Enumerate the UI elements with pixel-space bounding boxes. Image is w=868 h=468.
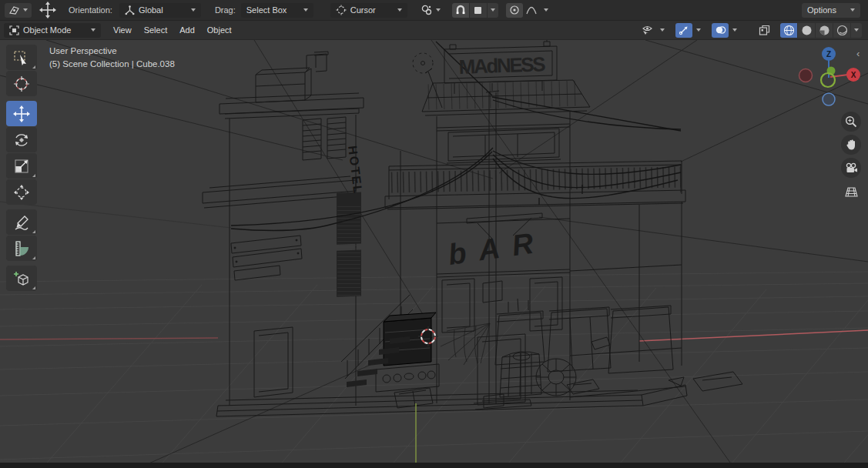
editor-type-button[interactable]: [5, 3, 32, 18]
chevron-down-icon: [91, 28, 96, 32]
hotel-sign-text: HOTEL: [346, 145, 364, 194]
dark-fill-props: [347, 313, 436, 387]
global-orientation-icon: [125, 5, 135, 15]
overlays-dropdown[interactable]: [729, 23, 740, 38]
chevron-down-icon: [191, 8, 196, 12]
zoom-button[interactable]: [841, 112, 861, 132]
gizmo-z-label: Z: [826, 50, 831, 58]
xray-toggle-button[interactable]: [756, 23, 772, 38]
drag-mode-value: Select Box: [246, 5, 300, 15]
drag-mode-dropdown[interactable]: Select Box: [241, 3, 313, 18]
show-object-types-dropdown[interactable]: [657, 23, 668, 38]
measure-ruler-icon: [13, 240, 30, 257]
orientation-label: Orientation:: [69, 5, 112, 15]
active-collection-label: (5) Scene Collection | Cube.038: [49, 58, 175, 71]
tool-scale[interactable]: [6, 153, 37, 179]
show-object-types-button[interactable]: [638, 23, 656, 38]
editor-type-icon: [8, 5, 20, 16]
orientation-value: Global: [139, 5, 187, 15]
pivot-point-dropdown[interactable]: [417, 3, 444, 18]
view-label: User Perspective: [49, 45, 175, 58]
snap-settings-dropdown[interactable]: [488, 3, 498, 18]
tool-measure[interactable]: [6, 236, 37, 261]
gizmo-x-label: X: [851, 71, 856, 79]
move-tool-indicator-icon: [39, 2, 56, 18]
topbar: Orientation: Global Drag: Select Box Cur…: [0, 0, 868, 20]
transform-icon: [13, 184, 30, 201]
annotate-pen-icon: [13, 214, 30, 231]
orthographic-grid-icon: [845, 186, 858, 198]
proportional-editing-button[interactable]: [506, 3, 523, 18]
chevron-down-icon: [544, 8, 548, 12]
tool-cursor[interactable]: [6, 71, 37, 96]
proportional-editing-icon: [509, 5, 520, 15]
chevron-down-icon: [850, 8, 855, 12]
cursor-icon: [13, 75, 30, 92]
pivot-point-icon: [421, 4, 433, 16]
chevron-down-icon: [397, 8, 402, 12]
pan-button[interactable]: [841, 135, 861, 155]
viewport-overlay-text: User Perspective (5) Scene Collection | …: [49, 45, 175, 71]
chevron-down-icon: [303, 8, 308, 12]
falloff-dropdown[interactable]: [523, 3, 540, 18]
chevron-down-icon: [23, 8, 28, 12]
object-mode-icon: [9, 25, 19, 35]
snap-toggle-button[interactable]: [452, 3, 469, 18]
tool-annotate[interactable]: [6, 209, 37, 235]
add-cube-icon: [13, 270, 30, 287]
tool-transform[interactable]: [6, 179, 37, 205]
move-icon: [13, 105, 30, 122]
tool-add-cube[interactable]: [6, 266, 37, 291]
shading-wireframe-button[interactable]: [780, 23, 797, 38]
rendered-shading-icon: [836, 25, 848, 36]
camera-view-button[interactable]: [841, 158, 861, 178]
shading-rendered-button[interactable]: [833, 23, 850, 38]
cursor-tool-value: Cursor: [350, 5, 394, 15]
chevron-down-icon: [436, 8, 441, 12]
tool-rotate[interactable]: [6, 127, 37, 152]
solid-shading-icon: [801, 25, 813, 36]
shading-material-button[interactable]: [816, 23, 833, 38]
gizmos-dropdown[interactable]: [693, 23, 704, 38]
falloff-chevron[interactable]: [541, 3, 551, 18]
overlays-toggle-button[interactable]: [712, 23, 729, 38]
gizmo-negative-z-ball[interactable]: [823, 93, 835, 105]
cursor-tool-dropdown[interactable]: Cursor: [330, 3, 407, 18]
menu-object[interactable]: Object: [201, 23, 238, 37]
region-toggle-arrow[interactable]: ‹: [856, 48, 860, 59]
tool-shelf: [6, 45, 39, 292]
menu-select[interactable]: Select: [138, 23, 174, 37]
viewport-3d-scene[interactable]: MAdNESS HOTEL bAR: [0, 40, 868, 463]
options-dropdown[interactable]: Options: [802, 3, 860, 18]
roof-tiles: [428, 93, 581, 97]
mode-dropdown[interactable]: Object Mode: [4, 23, 101, 38]
options-label: Options: [807, 5, 846, 15]
chevron-down-icon: [491, 8, 495, 12]
snap-increment-icon: [474, 7, 481, 14]
zoom-magnifier-icon: [845, 115, 857, 128]
snap-target-button[interactable]: [470, 3, 487, 18]
visibility-eye-icon: [641, 25, 654, 35]
hand-icon: [846, 139, 857, 151]
shading-solid-button[interactable]: [798, 23, 815, 38]
tool-move[interactable]: [6, 101, 37, 126]
drag-label: Drag:: [215, 5, 236, 15]
magnet-icon: [455, 5, 466, 15]
mode-value: Object Mode: [23, 25, 87, 35]
orientation-dropdown[interactable]: Global: [119, 3, 201, 18]
overlays-icon: [715, 25, 726, 35]
gizmo-negative-x-ball[interactable]: [799, 69, 813, 82]
xray-icon: [759, 25, 770, 36]
menu-add[interactable]: Add: [173, 23, 201, 37]
status-strip: [0, 463, 868, 468]
tool-tweak-select[interactable]: [6, 45, 37, 70]
gizmo-arrow-icon: [679, 25, 689, 35]
gizmos-toggle-button[interactable]: [675, 23, 692, 38]
menu-view[interactable]: View: [107, 23, 138, 37]
madness-sign-text: MAdNESS: [458, 52, 548, 79]
bar-graffiti-text: bAR: [446, 226, 541, 271]
perspective-toggle-button[interactable]: [841, 182, 861, 202]
scale-icon: [13, 158, 30, 175]
wireframe-shading-icon: [783, 25, 795, 36]
shading-dropdown[interactable]: [851, 23, 862, 38]
